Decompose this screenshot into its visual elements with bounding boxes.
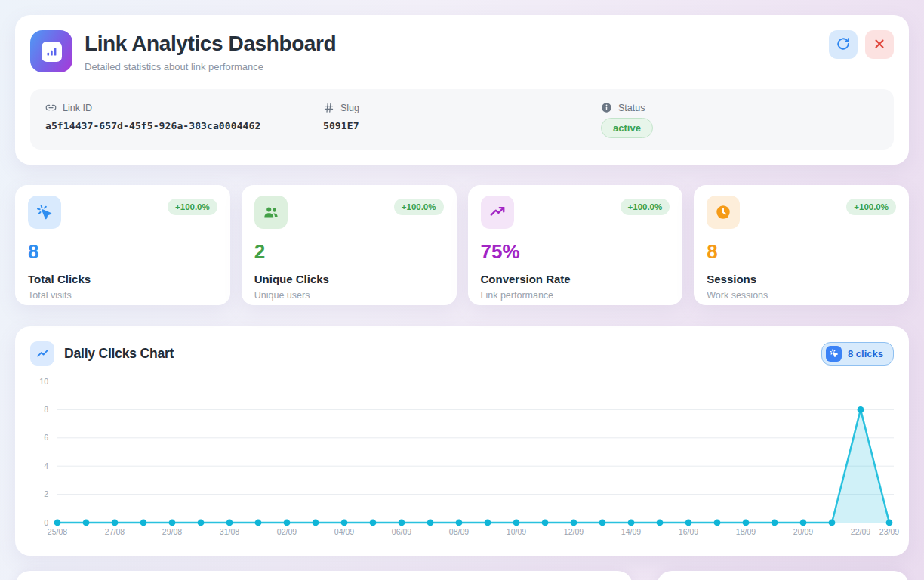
bottom-row	[15, 571, 909, 580]
daily-clicks-card: Daily Clicks Chart 8 clicks 024681025/08…	[15, 326, 909, 556]
stat-value: 8	[28, 242, 217, 261]
svg-text:27/08: 27/08	[105, 527, 125, 536]
link-icon	[45, 102, 57, 113]
svg-text:8: 8	[44, 405, 48, 414]
svg-text:22/09: 22/09	[851, 527, 870, 536]
page-subtitle: Detailed statistics about link performan…	[85, 61, 336, 72]
stat-change-badge: +100.0%	[846, 199, 896, 215]
svg-text:6: 6	[44, 433, 48, 443]
svg-text:2: 2	[44, 489, 48, 498]
total-clicks-badge: 8 clicks	[821, 342, 894, 366]
link-info-bar: Link ID a5f14437-657d-45f5-926a-383ca000…	[30, 89, 894, 150]
refresh-button[interactable]	[829, 30, 858, 59]
svg-text:10: 10	[39, 377, 48, 386]
line-chart-icon	[30, 341, 54, 366]
svg-text:20/09: 20/09	[793, 527, 813, 536]
svg-text:4: 4	[44, 461, 48, 470]
bar-chart-icon	[42, 42, 62, 62]
stat-card-sessions: +100.0% 8 Sessions Work sessions	[694, 185, 909, 305]
info-icon	[601, 102, 612, 113]
svg-text:29/08: 29/08	[162, 527, 182, 536]
link-id-field: Link ID a5f14437-657d-45f5-926a-383ca000…	[45, 102, 323, 138]
svg-text:0: 0	[44, 518, 48, 527]
svg-text:25/08: 25/08	[48, 527, 67, 536]
bottom-card-right	[657, 571, 909, 580]
stats-row: +100.0% 8 Total Clicks Total visits +100…	[15, 185, 909, 305]
stat-value: 8	[707, 242, 896, 261]
slug-field: Slug 5091E7	[323, 102, 601, 138]
stat-sublabel: Link performance	[481, 290, 670, 301]
stat-change-badge: +100.0%	[621, 199, 670, 215]
slug-value: 5091E7	[323, 120, 601, 131]
svg-text:16/09: 16/09	[679, 527, 698, 536]
stat-change-badge: +100.0%	[168, 199, 217, 215]
stat-card-unique-clicks: +100.0% 2 Unique Clicks Unique users	[242, 185, 457, 305]
header-actions	[829, 30, 894, 59]
app-logo-icon	[30, 30, 72, 72]
clicks-badge-label: 8 clicks	[848, 348, 883, 359]
refresh-icon	[836, 37, 850, 53]
close-icon	[873, 37, 886, 53]
svg-text:04/09: 04/09	[334, 527, 354, 536]
stat-sublabel: Total visits	[28, 290, 217, 301]
stat-label: Total Clicks	[28, 273, 217, 285]
chart-header: Daily Clicks Chart 8 clicks	[30, 341, 894, 366]
stat-label: Unique Clicks	[254, 273, 444, 285]
chart-title: Daily Clicks Chart	[64, 346, 174, 362]
svg-text:08/09: 08/09	[449, 527, 469, 536]
svg-text:18/09: 18/09	[736, 527, 756, 536]
stat-sublabel: Unique users	[254, 290, 444, 301]
svg-text:31/08: 31/08	[220, 527, 239, 536]
tap-icon	[826, 346, 842, 362]
trending-up-icon	[481, 196, 514, 229]
link-analytics-page: Link Analytics Dashboard Detailed statis…	[0, 0, 924, 580]
status-label: Status	[618, 103, 645, 113]
link-id-label: Link ID	[63, 103, 92, 113]
svg-text:06/09: 06/09	[392, 527, 411, 536]
stat-sublabel: Work sessions	[707, 290, 896, 301]
status-field: Status active	[601, 102, 879, 138]
stat-value: 75%	[481, 242, 670, 261]
clock-icon	[707, 196, 740, 229]
status-badge: active	[601, 118, 653, 138]
svg-text:14/09: 14/09	[621, 527, 641, 536]
line-chart-canvas: 024681025/0827/0829/0831/0802/0904/0906/…	[30, 372, 894, 543]
svg-text:10/09: 10/09	[507, 527, 526, 536]
svg-text:23/09: 23/09	[879, 527, 899, 536]
stat-card-total-clicks: +100.0% 8 Total Clicks Total visits	[15, 185, 230, 305]
stat-change-badge: +100.0%	[394, 199, 444, 215]
stat-label: Conversion Rate	[481, 273, 670, 285]
slug-label: Slug	[340, 103, 359, 113]
hash-icon	[323, 102, 334, 113]
stat-label: Sessions	[707, 273, 896, 285]
close-button[interactable]	[865, 30, 894, 59]
header-titles: Link Analytics Dashboard Detailed statis…	[85, 30, 336, 72]
users-icon	[254, 196, 288, 229]
page-title: Link Analytics Dashboard	[85, 32, 336, 56]
stat-card-conversion-rate: +100.0% 75% Conversion Rate Link perform…	[468, 185, 683, 305]
header-card: Link Analytics Dashboard Detailed statis…	[15, 15, 909, 165]
svg-text:02/09: 02/09	[277, 527, 297, 536]
svg-text:12/09: 12/09	[564, 527, 584, 536]
stat-value: 2	[254, 242, 444, 261]
link-id-value: a5f14437-657d-45f5-926a-383ca0004462	[45, 120, 323, 131]
daily-clicks-chart: 024681025/0827/0829/0831/0802/0904/0906/…	[30, 372, 894, 543]
tap-icon	[28, 196, 61, 229]
header-row: Link Analytics Dashboard Detailed statis…	[30, 30, 894, 72]
bottom-card-left	[15, 571, 633, 580]
